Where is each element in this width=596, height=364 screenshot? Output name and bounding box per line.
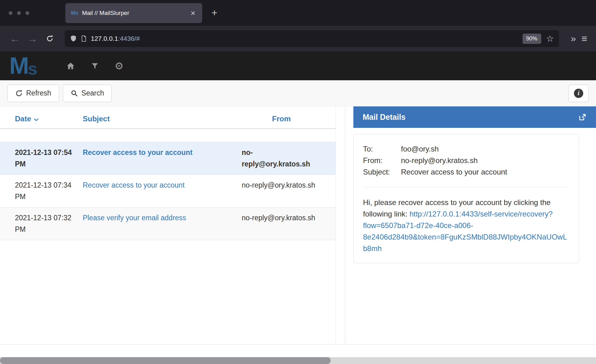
mail-row-subject-link[interactable]: Recover access to your account	[83, 181, 184, 189]
search-icon	[71, 90, 78, 97]
bottom-strip	[0, 344, 596, 357]
tab-favicon-icon: Ms	[71, 10, 78, 16]
horizontal-scrollbar-thumb[interactable]	[0, 357, 331, 364]
from-value: no-reply@ory.kratos.sh	[401, 155, 478, 166]
main-content: Date Subject From 2021-12-13 07:54 PM Re…	[0, 106, 596, 344]
window-controls	[0, 11, 29, 15]
refresh-button-label: Refresh	[26, 89, 51, 97]
mail-list-pane: Date Subject From 2021-12-13 07:54 PM Re…	[0, 106, 345, 344]
url-host: 127.0.0.1	[91, 35, 118, 42]
to-label: To:	[363, 143, 401, 155]
sort-descending-icon	[34, 118, 39, 121]
mail-row-date: 2021-12-13 07:32 PM	[0, 212, 83, 235]
zoom-level-badge[interactable]: 90%	[523, 34, 541, 44]
browser-tab[interactable]: Ms Mail // MailSlurper ×	[65, 3, 202, 23]
shield-icon[interactable]	[70, 35, 77, 43]
browser-tab-bar: Ms Mail // MailSlurper × +	[0, 0, 596, 26]
logo-letter-m: M	[9, 56, 29, 76]
search-button-label: Search	[81, 89, 104, 97]
mail-details-header: Mail Details	[353, 106, 596, 128]
detail-subject-row: Subject: Recover access to your account	[363, 166, 570, 178]
mail-row[interactable]: 2021-12-13 07:34 PM Recover access to yo…	[0, 175, 336, 208]
mail-row[interactable]: 2021-12-13 07:32 PM Please verify your e…	[0, 208, 336, 240]
window-control-dot[interactable]	[9, 11, 12, 15]
mailslurper-navbar: M s ⚙	[0, 51, 596, 80]
mail-row-date: 2021-12-13 07:54 PM	[0, 147, 83, 170]
column-header-date[interactable]: Date	[0, 114, 83, 123]
refresh-icon	[15, 90, 23, 97]
info-button[interactable]: i	[569, 85, 589, 102]
subject-value: Recover access to your account	[401, 166, 507, 178]
mail-row-selected[interactable]: 2021-12-13 07:54 PM Recover access to yo…	[0, 142, 336, 175]
from-label: From:	[363, 155, 401, 166]
column-header-subject[interactable]: Subject	[83, 114, 242, 123]
url-text[interactable]: 127.0.0.1:4436/#	[91, 35, 140, 42]
app-toolbar: Refresh Search i	[0, 80, 596, 106]
new-tab-button[interactable]: +	[212, 7, 217, 19]
settings-gear-icon[interactable]: ⚙	[114, 60, 123, 72]
search-button[interactable]: Search	[63, 85, 112, 102]
logo-letter-s: s	[28, 62, 37, 76]
subject-label: Subject:	[363, 166, 401, 178]
back-icon[interactable]: ←	[6, 33, 24, 45]
refresh-button[interactable]: Refresh	[7, 85, 59, 102]
browser-toolbar: ← → 127.0.0.1:4436/# 90% ☆ » ≡	[0, 26, 596, 51]
bookmark-star-icon[interactable]: ☆	[546, 34, 554, 44]
page-info-icon[interactable]	[80, 35, 87, 43]
mail-details-card: To: foo@ory.sh From: no-reply@ory.kratos…	[353, 134, 579, 263]
mail-list-header-row: Date Subject From	[0, 106, 336, 129]
detail-from-row: From: no-reply@ory.kratos.sh	[363, 155, 570, 166]
detail-to-row: To: foo@ory.sh	[363, 143, 570, 155]
tab-close-icon[interactable]: ×	[189, 9, 197, 17]
mail-body: Hi, please recover access to your accoun…	[363, 197, 570, 254]
mail-list-rows: 2021-12-13 07:54 PM Recover access to yo…	[0, 142, 336, 240]
card-divider	[363, 187, 570, 187]
mail-details-pane: Mail Details To: foo@ory.sh From: no-rep…	[353, 106, 596, 344]
info-icon: i	[574, 89, 583, 98]
window-control-dot[interactable]	[26, 11, 29, 15]
mail-row-from: no-reply@ory.kratos.sh	[242, 180, 321, 191]
mail-row-date: 2021-12-13 07:34 PM	[0, 180, 83, 203]
mail-row-from: no-reply@ory.kratos.sh	[242, 212, 321, 224]
horizontal-scrollbar[interactable]	[0, 357, 596, 364]
to-value: foo@ory.sh	[401, 143, 439, 155]
url-path: :4436/#	[118, 35, 140, 42]
filter-icon[interactable]	[91, 62, 99, 70]
mail-row-from: no-reply@ory.kratos.sh	[242, 147, 321, 170]
mail-row-subject-link[interactable]: Recover access to your account	[83, 148, 193, 156]
reload-icon[interactable]	[41, 35, 58, 43]
mail-row-subject-link[interactable]: Please verify your email address	[83, 214, 186, 222]
tab-title: Mail // MailSlurper	[82, 10, 189, 16]
home-icon[interactable]	[66, 62, 75, 70]
window-control-dot[interactable]	[17, 11, 21, 15]
mailslurper-logo[interactable]: M s	[9, 56, 37, 76]
open-external-icon[interactable]	[578, 113, 587, 122]
toolbar-overflow-icon[interactable]: »	[571, 33, 576, 44]
hamburger-menu-icon[interactable]: ≡	[581, 33, 587, 44]
forward-icon[interactable]: →	[24, 33, 41, 45]
url-bar[interactable]: 127.0.0.1:4436/# 90% ☆	[65, 30, 559, 47]
mail-details-title: Mail Details	[363, 113, 406, 122]
column-header-from[interactable]: From	[242, 114, 321, 123]
